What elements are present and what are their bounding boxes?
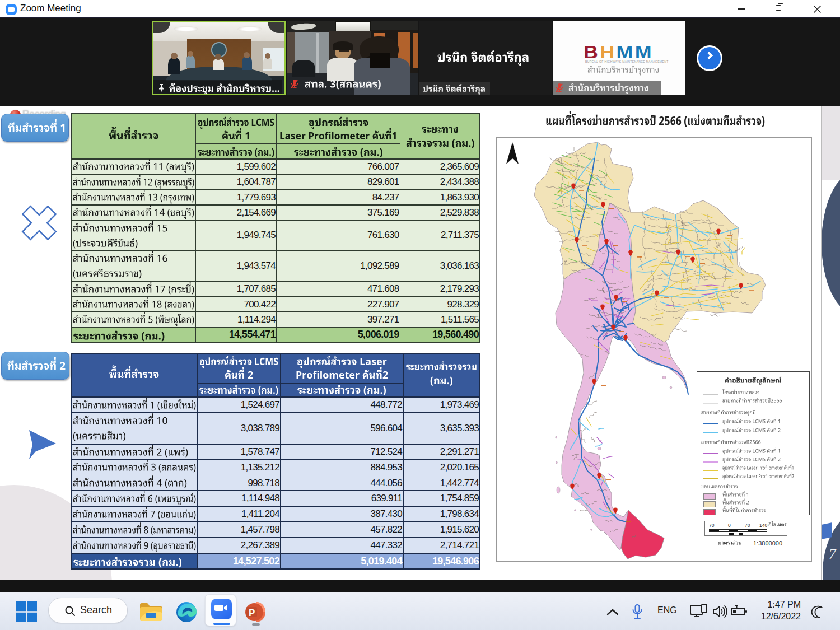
svg-text:P: P xyxy=(249,608,255,618)
